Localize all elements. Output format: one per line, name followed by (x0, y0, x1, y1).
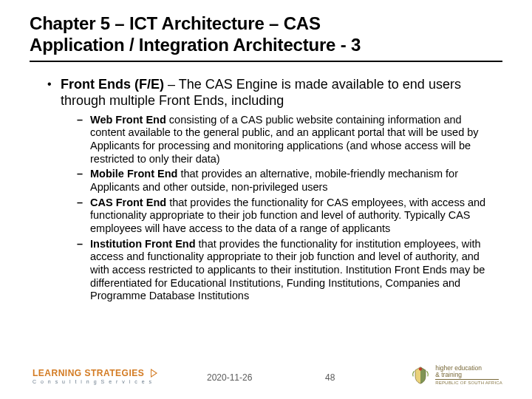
sub-bullet-mobile: Mobile Front End that provides an altern… (77, 168, 489, 194)
slide: Chapter 5 – ICT Architecture – CAS Appli… (0, 0, 532, 399)
title-line-2: Application / Integration Architecture -… (30, 35, 361, 55)
sub-bullet-institution: Institution Front End that provides the … (77, 238, 489, 303)
play-icon (151, 369, 157, 378)
sub-bullet-list: Web Front End consisting of a CAS public… (61, 114, 489, 304)
bullet-bold: Front Ends (F/E) (61, 77, 164, 92)
logo-right-divider (435, 379, 499, 380)
coat-of-arms-icon (410, 365, 431, 386)
logo-right-row3: REPUBLIC OF SOUTH AFRICA (435, 381, 502, 385)
logo-higher-education: higher education & training REPUBLIC OF … (410, 365, 502, 386)
bullet-front-ends: Front Ends (F/E) – The CAS Engine is mad… (43, 77, 489, 304)
bullet-list: Front Ends (F/E) – The CAS Engine is mad… (43, 77, 489, 304)
logo-left-subtext: C o n s u l t i n g S e r v i c e s (33, 379, 157, 384)
sub-bullet-web: Web Front End consisting of a CAS public… (77, 114, 489, 166)
footer-page-number: 48 (325, 372, 335, 383)
content-region: Front Ends (F/E) – The CAS Engine is mad… (30, 77, 502, 304)
title-line-1: Chapter 5 – ICT Architecture – CAS (30, 13, 321, 33)
svg-point-0 (419, 368, 422, 371)
slide-title: Chapter 5 – ICT Architecture – CAS Appli… (30, 13, 502, 61)
sub-bold: Institution Front End (90, 238, 196, 250)
title-underline (30, 61, 502, 62)
sub-bold: Mobile Front End (90, 168, 177, 180)
logo-right-row2: & training (435, 372, 502, 378)
logo-learning-strategies: LEARNING STRATEGIES C o n s u l t i n g … (33, 366, 157, 384)
footer-date: 2020-11-26 (207, 372, 252, 383)
sub-bold: Web Front End (90, 114, 166, 126)
footer: LEARNING STRATEGIES C o n s u l t i n g … (0, 358, 532, 387)
sub-bold: CAS Front End (90, 197, 166, 208)
sub-bullet-cas: CAS Front End that provides the function… (77, 197, 489, 236)
logo-right-text: higher education & training REPUBLIC OF … (435, 365, 502, 385)
logo-left-text: LEARNING STRATEGIES (33, 369, 144, 378)
